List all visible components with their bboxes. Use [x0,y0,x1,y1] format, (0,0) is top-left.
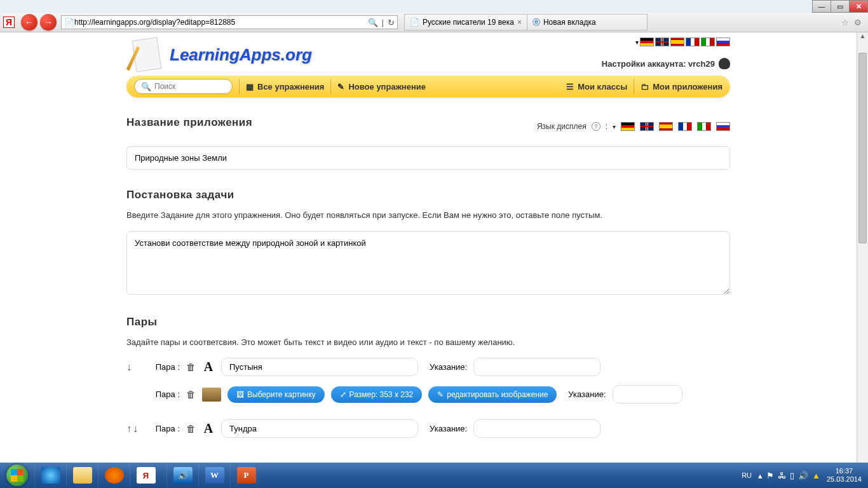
logo-graphic [126,37,165,72]
start-button[interactable] [0,463,34,488]
hint-label: Указание: [430,424,467,433]
scroll-up-icon[interactable]: ▲ [857,32,868,43]
flag-de[interactable] [640,37,654,46]
pair-label: Пара : [148,424,180,433]
yandex-icon[interactable]: Я [3,17,15,28]
taskbar-word[interactable]: W [198,463,230,487]
image-thumbnail[interactable] [202,388,221,402]
grid-icon: ▦ [246,82,254,92]
address-bar[interactable]: 📄 🔍 | ↻ [61,15,398,29]
tab-close-icon[interactable]: × [517,18,522,27]
url-input[interactable] [74,18,368,27]
tab-label: Новая вкладка [543,18,596,27]
tray-chevron-icon[interactable]: ▴ [758,471,763,480]
text-type-icon[interactable]: A [202,421,215,436]
user-icon [719,58,730,69]
taskbar-ie[interactable] [34,463,66,487]
main-nav: 🔍 ▦ Все упражнения ✎ Новое упражнение ☰ … [126,76,730,97]
help-icon[interactable]: ? [592,122,600,131]
flag-fr[interactable] [686,37,700,46]
pair-text-input[interactable] [221,358,418,376]
section-heading-task: Постановка задачи [126,189,730,201]
nav-my-apps[interactable]: 🗀 Мои приложения [641,82,722,92]
window-controls: — ▭ ✕ [813,0,868,13]
hint-input[interactable] [473,419,600,438]
nav-new-exercise[interactable]: ✎ Новое упражнение [337,82,426,92]
select-image-button[interactable]: 🖼 Выберите картинку [227,386,325,403]
taskbar-mediaplayer[interactable] [98,463,130,487]
window-maximize[interactable]: ▭ [831,0,850,13]
refresh-icon[interactable]: ↻ [388,18,395,27]
tray-flag-icon[interactable]: ⚑ [766,471,774,480]
chevron-down-icon[interactable]: ▾ [613,123,616,130]
scrollbar-thumb[interactable] [858,53,867,243]
move-up-icon[interactable]: ↑ [126,423,132,435]
window-minimize[interactable]: — [812,0,831,13]
image-size-button[interactable]: ⤢ Размер: 353 x 232 [331,386,423,403]
input-language[interactable]: RU [742,471,752,479]
button-label: редактировать изображение [447,390,548,399]
chevron-down-icon[interactable]: ▾ [635,39,639,46]
favorites-icon[interactable]: ☆ [841,18,849,27]
flag-de[interactable] [621,122,635,131]
flag-es[interactable] [659,122,673,131]
task-textarea[interactable]: Установи соответствие между природной зо… [126,231,730,295]
flag-fr[interactable] [678,122,692,131]
flag-en[interactable] [640,122,654,131]
taskbar-explorer[interactable] [66,463,98,487]
move-down-icon[interactable]: ↓ [133,423,138,435]
search-icon[interactable]: 🔍 [368,18,378,27]
nav-all-exercises[interactable]: ▦ Все упражнения [246,82,324,92]
button-label: Выберите картинку [247,390,316,399]
pair-text-input[interactable] [221,419,418,438]
search-box[interactable]: 🔍 [134,79,233,94]
flag-en[interactable] [655,37,669,46]
language-selector-top: ▾ [602,37,730,46]
tray-volume-icon[interactable]: 🔊 [798,471,808,480]
flag-es[interactable] [670,37,684,46]
vertical-scrollbar[interactable]: ▲ [857,32,868,463]
clock-date: 25.03.2014 [827,475,862,484]
delete-icon[interactable]: 🗑 [186,389,196,400]
hint-label: Указание: [430,362,467,372]
nav-label: Все упражнения [257,82,324,92]
task-description: Введите Задание для этого упражнения. Он… [126,209,730,222]
section-heading-title: Название приложения [126,116,252,129]
flag-it[interactable] [697,122,711,131]
nav-back-button[interactable]: ← [21,14,37,30]
browser-tabs: 📄 Русские писатели 19 века × ⓔ Новая вкл… [404,14,841,30]
nav-my-classes[interactable]: ☰ Мои классы [566,82,627,92]
nav-forward-button[interactable]: → [40,14,57,30]
flag-ru[interactable] [716,122,730,131]
text-type-icon[interactable]: A [202,360,215,374]
delete-icon[interactable]: 🗑 [186,423,196,434]
folder-icon: 🗀 [641,82,649,92]
button-label: Размер: 353 x 232 [349,390,414,399]
edit-icon: ✎ [437,390,444,399]
image-icon: 🖼 [236,390,244,399]
pair-label: Пара : [148,390,180,399]
taskbar-yandex[interactable]: Я [130,463,161,487]
taskbar-sound[interactable]: 🔊 [166,463,198,487]
tray-battery-icon[interactable]: ▯ [790,471,794,480]
edit-image-button[interactable]: ✎ редактировать изображение [428,386,557,403]
app-title-input[interactable] [126,146,730,170]
account-settings-link[interactable]: Настройки аккаунта: vrch29 [602,58,730,69]
taskbar-clock[interactable]: 16:37 25.03.2014 [827,467,862,484]
site-logo[interactable]: LearningApps.org [126,37,312,72]
flag-ru[interactable] [716,37,730,46]
tab-1[interactable]: 📄 Русские писатели 19 века × [404,14,527,30]
move-down-icon[interactable]: ↓ [126,362,132,373]
tray-drive-icon[interactable]: ▲ [812,471,820,480]
search-input[interactable] [154,82,226,91]
resize-icon: ⤢ [340,390,346,399]
tray-network-icon[interactable]: 🖧 [778,471,786,480]
flag-it[interactable] [701,37,715,46]
settings-icon[interactable]: ⚙ [854,18,862,27]
delete-icon[interactable]: 🗑 [186,362,196,372]
taskbar-powerpoint[interactable]: P [230,463,262,487]
tab-2[interactable]: ⓔ Новая вкладка [527,14,648,30]
window-close[interactable]: ✕ [849,0,868,13]
hint-input[interactable] [613,385,682,403]
hint-input[interactable] [473,358,600,376]
